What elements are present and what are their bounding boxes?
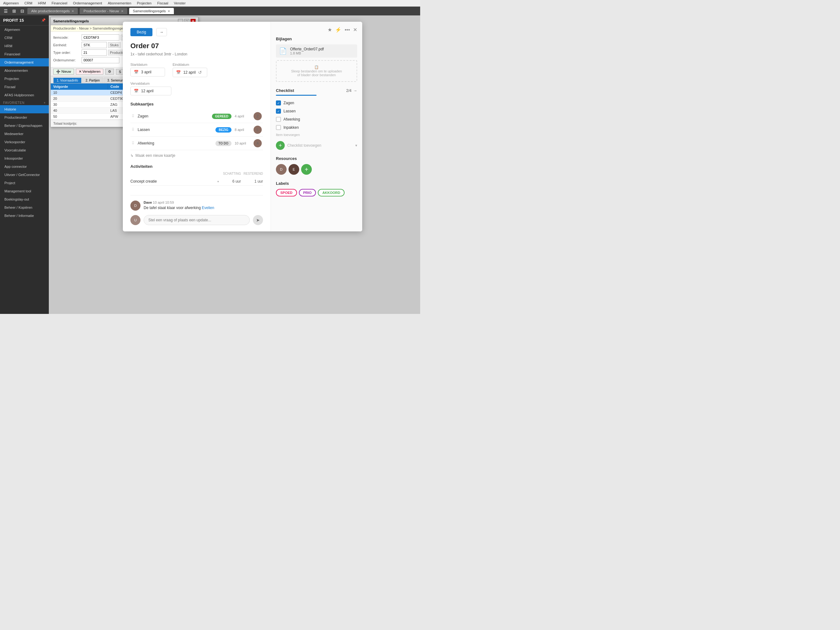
status-button[interactable]: Bezig <box>130 28 152 36</box>
checklist-dropdown-icon[interactable]: ▾ <box>355 143 357 148</box>
startdatum-label: Startdatum <box>130 63 165 66</box>
menu-icon[interactable]: ☰ <box>3 8 9 14</box>
sidebar-item-ordermanagement[interactable]: Ordermanagement <box>0 58 49 66</box>
lightning-button[interactable]: ⚡ <box>335 27 341 33</box>
tab-close-icon[interactable]: ✕ <box>121 9 123 13</box>
vervaldatum-value[interactable]: 📅 12 april <box>130 87 171 95</box>
label-prio[interactable]: PRIO <box>299 189 316 197</box>
sidebar-item-productieorder[interactable]: Productieorder <box>0 113 49 121</box>
tab-samenstellingsregels[interactable]: Samenstellingsregels ✕ <box>129 8 174 14</box>
sidebar-item-beheer-kopieren[interactable]: Beheer / Kopiëren <box>0 203 49 211</box>
checklist-header: Checklist 2/4 → <box>276 88 357 93</box>
sidebar-item-hrm[interactable]: HRM <box>0 42 49 50</box>
vervaldatum-field: Vervaldatum 📅 12 april <box>130 82 263 95</box>
sidebar-item-beheer-eigenschappen[interactable]: Beheer / Eigenschappen <box>0 121 49 130</box>
subkaart-name: Lassen <box>137 128 212 132</box>
sidebar-item-medewerker[interactable]: Medewerker <box>0 130 49 138</box>
sidebar-item-verkooporder[interactable]: Verkooporder <box>0 138 49 146</box>
sidebar-item-uitvoer[interactable]: Uitvoer / GetConnector <box>0 171 49 179</box>
sidebar-item-boekingslay-out[interactable]: Boekingslay-out <box>0 195 49 203</box>
checklist-nav-icon[interactable]: → <box>354 88 357 93</box>
subkaart-status-badge: BEZIG <box>215 127 232 132</box>
sidebar-header: PROFIT 15 📌 <box>0 16 49 25</box>
menu-crm[interactable]: CRM <box>25 1 32 5</box>
label-spoed[interactable]: SPOED <box>276 189 297 197</box>
tab-alle-productieorderregels[interactable]: Alle productieorderregels ✕ <box>27 8 78 14</box>
label-akkoord[interactable]: AKKOORD <box>318 189 344 197</box>
sidebar-item-algemeen[interactable]: Algemeen <box>0 25 49 34</box>
menu-venster[interactable]: Venster <box>174 1 186 5</box>
checklist-checkbox[interactable]: ✓ <box>276 101 281 106</box>
tab-partijen[interactable]: 2. Partijen <box>82 77 103 83</box>
sidebar-pin-icon[interactable]: 📌 <box>41 18 46 22</box>
comment-mention[interactable]: Evelien <box>202 206 214 210</box>
sidebar-item-abonnementen[interactable]: Abonnementen <box>0 66 49 75</box>
calendar-icon: 📅 <box>134 89 139 93</box>
new-kaart-link[interactable]: ↳ Maak een nieuw kaartje <box>130 153 263 158</box>
cell-volgorde: 50 <box>51 113 108 120</box>
subkaart-status-badge: TO DO <box>215 141 232 146</box>
checklist-checkbox[interactable] <box>276 117 281 122</box>
reset-date-icon[interactable]: ↺ <box>198 70 202 75</box>
sidebar-item-crm[interactable]: CRM <box>0 34 49 42</box>
checklist-checkbox[interactable]: ✓ <box>276 109 281 113</box>
close-panel-button[interactable]: ✕ <box>353 27 357 33</box>
attachment-title: Bijlagen <box>276 36 357 41</box>
settings-button[interactable]: ⚙ <box>105 69 114 75</box>
star-button[interactable]: ★ <box>328 27 332 33</box>
apps-icon[interactable]: ⊟ <box>19 8 25 14</box>
comment-input[interactable] <box>144 215 250 225</box>
tab-close-icon[interactable]: ✕ <box>167 9 170 13</box>
menu-abonnementen[interactable]: Abonnementen <box>108 1 131 5</box>
startdatum-value[interactable]: 📅 3 april <box>130 68 165 77</box>
tab-productieorder-nieuw[interactable]: Productieorder - Nieuw ✕ <box>80 8 127 14</box>
menu-algemeen[interactable]: Algemeen <box>3 1 19 5</box>
sidebar-item-fiscaal[interactable]: Fiscaal <box>0 83 49 91</box>
verwijderen-button[interactable]: ✕ Verwijderen <box>76 69 104 75</box>
upload-area[interactable]: 📋 Sleep bestanden om te uploadenof blade… <box>276 60 357 82</box>
sidebar-item-beheer-informatie[interactable]: Beheer / Informatie <box>0 211 49 220</box>
send-button[interactable]: ➤ <box>253 215 263 225</box>
eenheid-input[interactable] <box>82 42 107 48</box>
sidebar-item-project[interactable]: Project <box>0 179 49 187</box>
upload-text: Sleep bestanden om te uploadenof blader … <box>291 69 342 77</box>
add-fav-icon[interactable]: + <box>44 101 46 104</box>
grid-icon[interactable]: ⊞ <box>11 8 17 14</box>
cell-volgorde: 40 <box>51 108 108 113</box>
resource-avatar-2: E <box>289 164 299 175</box>
add-resource-button[interactable]: + <box>301 164 312 175</box>
sidebar-item-afas[interactable]: AFAS Hulpbronnen <box>0 91 49 99</box>
checklist-add[interactable]: Item toevoegen <box>276 132 357 138</box>
sidebar-item-management-tool[interactable]: Management tool <box>0 187 49 195</box>
add-checklist-button[interactable]: + <box>276 141 285 150</box>
card-title: Order 07 <box>130 42 263 50</box>
sidebar-item-financieel[interactable]: Financieel <box>0 50 49 58</box>
menu-projecten[interactable]: Projecten <box>137 1 152 5</box>
sidebar-item-historie[interactable]: Historie <box>0 105 49 113</box>
comment-item: D Dave 10 april 10:59 De tafel staat kla… <box>130 200 263 211</box>
sidebar-item-app-connector[interactable]: App connector <box>0 162 49 171</box>
checklist-checkbox[interactable] <box>276 125 281 130</box>
sidebar-item-projecten[interactable]: Projecten <box>0 75 49 83</box>
menu-hrm[interactable]: HRM <box>38 1 46 5</box>
subkaart-item[interactable]: ⠿ Lassen BEZIG 8 april L <box>130 123 263 137</box>
nieuw-button[interactable]: ➕ Nieuw <box>53 69 74 75</box>
tab-voorraadinfo[interactable]: 1. Voorraadinfo <box>53 77 82 83</box>
type-input[interactable] <box>82 49 107 56</box>
einddatum-value[interactable]: 📅 12 april ↺ <box>173 68 207 77</box>
subkaart-item[interactable]: ⠿ Afwerking TO DO 10 april A <box>130 137 263 150</box>
itemcode-input[interactable] <box>82 34 119 41</box>
calendar-icon: 📅 <box>176 70 181 75</box>
ordernummer-input[interactable] <box>82 57 119 63</box>
subkaart-item[interactable]: ⠿ Zagen GEREED 4 april Z <box>130 110 263 123</box>
startdatum-field: Startdatum 📅 3 april <box>130 63 165 77</box>
status-bar: Bezig → <box>130 28 263 36</box>
menu-ordermanagement[interactable]: Ordermanagement <box>73 1 102 5</box>
next-status-button[interactable]: → <box>156 28 167 36</box>
sidebar-item-inkooporder[interactable]: Inkooporder <box>0 154 49 162</box>
menu-financieel[interactable]: Financieel <box>52 1 67 5</box>
more-button[interactable]: ••• <box>344 27 350 33</box>
sidebar-item-voorcalculatie[interactable]: Voorcalculatie <box>0 146 49 154</box>
tab-close-icon[interactable]: ✕ <box>71 9 74 13</box>
menu-fiscaal[interactable]: Fiscaal <box>157 1 168 5</box>
